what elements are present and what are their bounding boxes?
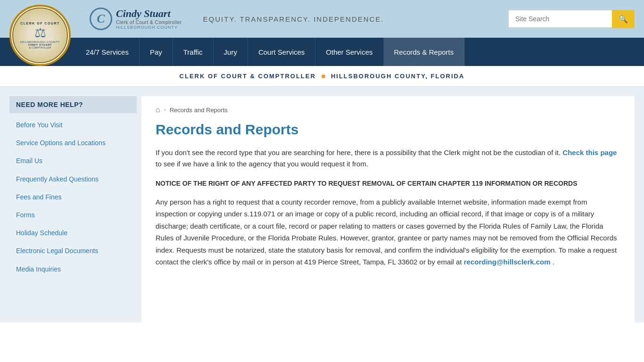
sidebar-title: NEED MORE HELP? — [9, 96, 137, 113]
sub-header-dot — [322, 74, 325, 78]
notice-title: NOTICE OF THE RIGHT OF ANY AFFECTED PART… — [156, 179, 620, 189]
logo-figure: ⚖ — [34, 25, 46, 41]
sidebar-item-fees-fines[interactable]: Fees and Fines — [9, 188, 137, 206]
search-button[interactable]: 🔍 — [612, 10, 635, 28]
header-brand: C Cindy Stuart Clerk of Court & Comptrol… — [90, 8, 384, 30]
sidebar-item-media-inquiries[interactable]: Media Inquiries — [9, 260, 137, 278]
brand-c-icon: C — [90, 8, 112, 30]
breadcrumb-separator: › — [164, 107, 166, 113]
sidebar-item-email-us[interactable]: Email Us — [9, 152, 137, 170]
sidebar: NEED MORE HELP? Before You Visit Service… — [0, 87, 137, 322]
nav-item-jury[interactable]: Jury — [214, 38, 248, 66]
brand-logo: C Cindy Stuart Clerk of Court & Comptrol… — [90, 8, 182, 30]
email-link[interactable]: recording@hillsclerk.com — [464, 258, 551, 266]
header-top: CLERK OF COURT ⚖ HILLSBOROUGH COUNTY CIN… — [0, 0, 644, 38]
body-text-content: Any person has a right to request that a… — [156, 198, 617, 266]
sub-header-right: HILLSBOROUGH COUNTY, FLORIDA — [331, 73, 465, 80]
intro-text-before: If you don't see the record type that yo… — [156, 148, 561, 156]
sidebar-item-faq[interactable]: Frequently Asked Questions — [9, 170, 137, 188]
logo-circle: CLERK OF COURT ⚖ HILLSBOROUGH COUNTY CIN… — [9, 5, 71, 66]
breadcrumb-home[interactable]: ⌂ — [156, 106, 160, 114]
sub-header: CLERK OF COURT & COMPTROLLER HILLSBOROUG… — [0, 66, 644, 87]
nav-item-court-services[interactable]: Court Services — [248, 38, 315, 66]
intro-text-after: to see if we have a link to the agency t… — [156, 160, 368, 168]
sidebar-item-forms[interactable]: Forms — [9, 206, 137, 224]
nav-item-records-reports[interactable]: Records & Reports — [384, 38, 465, 66]
body-text: Any person has a right to request that a… — [156, 196, 620, 268]
main-nav: 24/7 Services Pay Traffic Jury Court Ser… — [0, 38, 644, 66]
page-title: Records and Reports — [156, 122, 620, 138]
body-text-end: . — [553, 258, 554, 266]
main-layout: NEED MORE HELP? Before You Visit Service… — [0, 87, 644, 322]
sub-header-left: CLERK OF COURT & COMPTROLLER — [180, 73, 316, 80]
nav-item-pay[interactable]: Pay — [140, 38, 173, 66]
nav-item-247[interactable]: 24/7 Services — [75, 38, 140, 66]
sidebar-item-service-options[interactable]: Service Options and Locations — [9, 134, 137, 152]
intro-paragraph: If you don't see the record type that yo… — [156, 147, 620, 170]
sidebar-item-before-you-visit[interactable]: Before You Visit — [9, 116, 137, 134]
brand-name: Cindy Stuart Clerk of Court & Comptrolle… — [116, 8, 182, 29]
breadcrumb: ⌂ › Records and Reports — [156, 106, 620, 114]
check-this-page-link[interactable]: Check this page — [562, 148, 617, 156]
nav-item-other-services[interactable]: Other Services — [315, 38, 383, 66]
header-tagline: EQUITY. TRANSPARENCY. INDEPENDENCE. — [203, 15, 384, 23]
main-content: ⌂ › Records and Reports Records and Repo… — [141, 96, 635, 322]
breadcrumb-current: Records and Reports — [170, 107, 228, 114]
sidebar-item-holiday-schedule[interactable]: Holiday Schedule — [9, 224, 137, 242]
search-input[interactable] — [508, 10, 612, 28]
nav-item-traffic[interactable]: Traffic — [173, 38, 214, 66]
header-search: 🔍 — [508, 10, 635, 28]
sidebar-item-electronic-legal[interactable]: Electronic Legal Documents — [9, 242, 137, 260]
